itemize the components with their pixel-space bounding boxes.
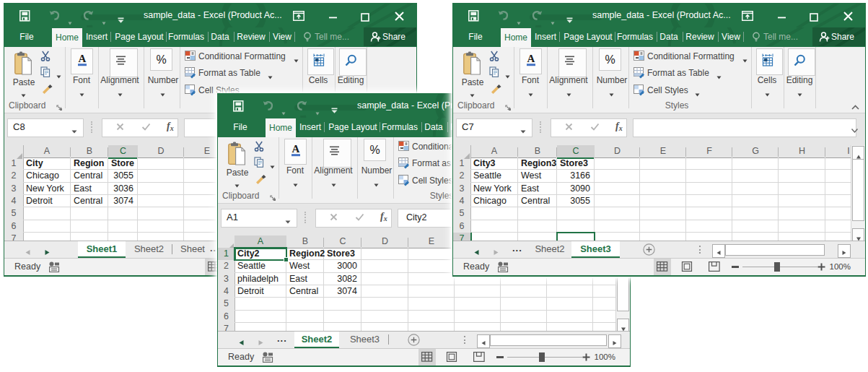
svg-text:A: A (78, 53, 86, 64)
svg-text:A: A (527, 53, 535, 64)
svg-text:A: A (291, 143, 299, 155)
